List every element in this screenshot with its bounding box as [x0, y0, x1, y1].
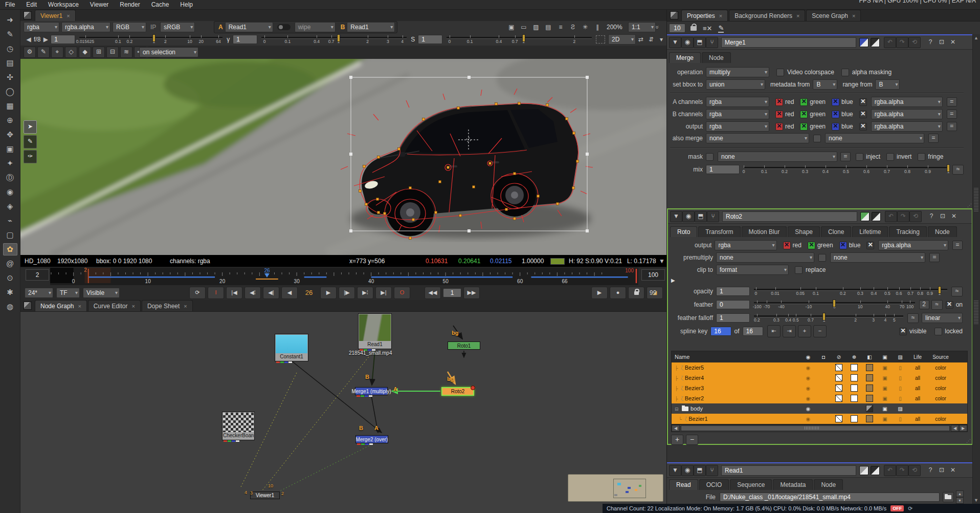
feather-on-checkbox[interactable] [946, 301, 953, 309]
tab-node[interactable]: Node [814, 479, 843, 490]
prev-keyframe-button[interactable]: ◀⁞ [244, 287, 261, 299]
close-panel-icon[interactable]: ✕ [948, 211, 960, 222]
file-browser-icon[interactable] [943, 492, 954, 502]
add-spline-key-button[interactable]: + [798, 325, 811, 337]
toolbar-merge-icon[interactable]: ⊕ [3, 114, 17, 126]
collapse-icon[interactable]: ▼ [669, 465, 681, 476]
wrench-icon[interactable]: ⑂ [707, 211, 719, 222]
help-icon[interactable]: ? [925, 465, 936, 476]
invert-cell[interactable] [831, 364, 847, 371]
locked-checkbox[interactable] [934, 328, 942, 335]
step-up-button[interactable]: ▶▶ [463, 287, 480, 299]
smooth-point-button[interactable]: ◇ [65, 47, 77, 58]
pause-icon[interactable]: ∥ [591, 24, 604, 31]
guides-icon[interactable] [596, 35, 605, 44]
output-dropdown[interactable]: rgba [706, 121, 769, 132]
bezier-tool[interactable]: ✑ [24, 150, 37, 163]
visibility-eye-icon[interactable]: ◉ [800, 416, 816, 422]
goto-end-button[interactable]: ▶| [375, 287, 392, 299]
center-node-icon[interactable]: ◉ [681, 37, 694, 48]
pane-icon[interactable] [24, 11, 32, 19]
feather-falloff-field[interactable]: 1 [716, 313, 750, 323]
red-channel-checkbox[interactable] [783, 242, 791, 249]
alpha-channel-checkbox[interactable] [866, 242, 874, 249]
mask-display-icon[interactable]: ⬒ [695, 211, 707, 222]
mask-channels-button[interactable]: = [840, 152, 851, 161]
invert-cell[interactable] [831, 374, 847, 381]
properties-scrollbar[interactable]: ▲ ▼ [972, 34, 980, 504]
premultiply-checkbox[interactable] [818, 254, 826, 262]
mask-checkbox[interactable] [706, 153, 714, 161]
stack-icon[interactable]: ≡ [554, 24, 567, 31]
flipbook-button[interactable]: ▶ [591, 287, 608, 299]
toolbar-time-icon[interactable]: ◷ [3, 42, 17, 55]
wrench-icon[interactable]: ⑂ [706, 465, 718, 476]
column-icon-3[interactable]: ⊘ [831, 354, 847, 360]
close-icon[interactable]: × [132, 303, 135, 309]
blend-cell[interactable]: ▣ [877, 365, 893, 371]
column-name[interactable]: Name [672, 354, 800, 360]
invert-cell[interactable] [831, 415, 847, 422]
motionblur-cell[interactable]: ▯ [893, 386, 908, 391]
alpha-layer-dropdown[interactable]: rgba.alpha [871, 109, 943, 119]
scroll-up-icon[interactable]: ▲ [956, 490, 964, 497]
projection-dropdown[interactable]: 2D [608, 34, 636, 45]
proxy-icon[interactable]: ▭ [518, 24, 530, 31]
tab-shape[interactable]: Shape [788, 226, 820, 237]
also-merge-checkbox[interactable] [813, 135, 821, 142]
life-cell[interactable]: all [908, 386, 927, 391]
node-graph-canvas[interactable]: Constant1Read1218541_small.mp4CheckerBoa… [20, 311, 666, 513]
feather-slider[interactable]: -100-70-40-100104070100 [754, 298, 915, 311]
roi-icon[interactable]: ▨ [530, 24, 542, 31]
premultiply-channels-button[interactable]: = [929, 253, 940, 262]
column-icon-9[interactable]: Source [927, 354, 954, 360]
toolbar-roto-active-icon[interactable]: ✿ [3, 243, 17, 255]
alpha-cell[interactable] [862, 415, 877, 422]
node-name-field[interactable]: Roto2 [722, 211, 857, 222]
saturation-field[interactable]: 1 [418, 35, 442, 44]
step-down-button[interactable]: ◀◀ [425, 287, 441, 299]
lock-panels-icon[interactable] [691, 26, 697, 31]
invert-cell[interactable] [831, 395, 847, 402]
color-cell[interactable] [847, 364, 862, 371]
center-node-icon[interactable]: ◉ [681, 465, 694, 476]
gl-color-swatch[interactable] [872, 212, 881, 221]
premultiply-dropdown[interactable]: none [716, 252, 814, 263]
green-channel-checkbox[interactable] [808, 242, 815, 249]
green-channel-checkbox[interactable] [800, 111, 808, 118]
color-cell[interactable] [847, 374, 862, 381]
toolbar-script-icon[interactable]: @ [3, 258, 17, 270]
node-roto1[interactable]: Roto1 [448, 341, 480, 350]
timeline-ruler[interactable]: 010203040506066226100 [50, 268, 638, 285]
toolbar-views-icon[interactable]: ◉ [3, 186, 17, 198]
clip-overlay-icon[interactable]: ▤ [542, 24, 554, 31]
toolbar-other-icon[interactable]: ▢ [3, 229, 17, 241]
toolbar-color-icon[interactable]: ✣ [3, 71, 17, 83]
help-icon[interactable]: ? [926, 211, 937, 222]
loop-mode-button[interactable]: ⟳ [189, 287, 206, 299]
channels-equal-button[interactable]: = [947, 97, 957, 106]
pixel-aspect-dropdown[interactable]: 1:1 [628, 22, 656, 32]
blend-cell[interactable]: ▣ [877, 386, 893, 391]
max-panels-field[interactable]: 10 [669, 24, 685, 33]
fringe-checkbox[interactable] [918, 153, 925, 161]
shape-row[interactable]: ├ ζBezier2◉▣▯allcolor [672, 393, 967, 403]
bbox-dropdown[interactable]: union [706, 79, 765, 90]
blend-cell[interactable]: ▣ [877, 396, 893, 401]
timeline-current-frame[interactable]: 2 [26, 269, 49, 281]
toolbar-deep-icon[interactable]: Ⓓ [3, 172, 17, 184]
falloff-curve-button[interactable]: ≈ [907, 313, 919, 323]
tab-properties[interactable]: Properties× [681, 10, 728, 21]
alpha-cell[interactable] [862, 395, 877, 402]
mask-display-icon[interactable]: ⬒ [694, 37, 706, 48]
B-channels-dropdown[interactable]: rgba [706, 109, 769, 119]
range-from-dropdown[interactable]: B [875, 79, 900, 90]
alpha-masking-checkbox[interactable] [841, 69, 849, 76]
frame-increment-field[interactable]: 1 [443, 288, 461, 297]
viewer-lut-dropdown[interactable]: sRGB [160, 22, 195, 32]
color-cell[interactable] [847, 415, 862, 422]
timeline-end-frame[interactable]: 100 [641, 269, 665, 281]
menu-workspace[interactable]: Workspace [48, 1, 79, 8]
node-viewer1[interactable]: Viewer1 [250, 491, 280, 499]
saturation-slider[interactable]: 00.10.40.712 [447, 33, 592, 46]
